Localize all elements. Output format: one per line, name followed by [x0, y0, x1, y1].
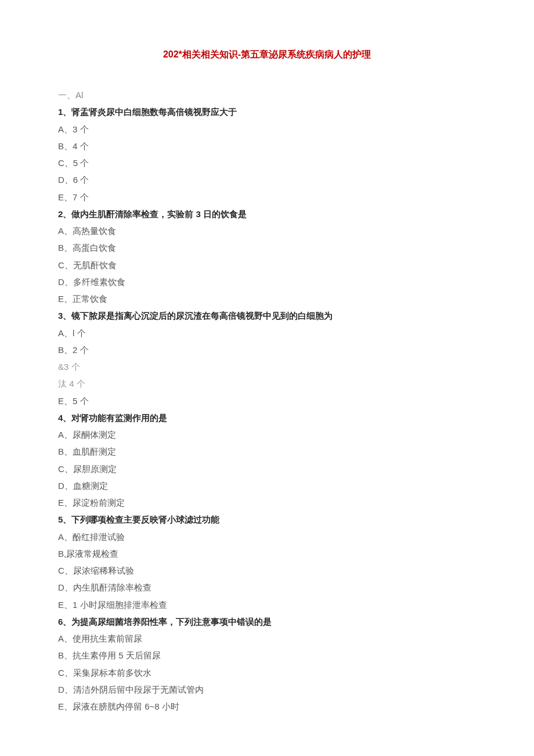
question-option: D、内生肌酐清除率检查	[58, 579, 476, 596]
question-option: B、2 个	[58, 341, 476, 358]
question-option: D、多纤维素饮食	[58, 273, 476, 290]
question-option: A、l 个	[58, 325, 476, 341]
question-stem: 2、做内生肌酐清除率检查，实验前 3 日的饮食是	[58, 206, 476, 222]
question-option: A、尿酮体测定	[58, 426, 476, 443]
question-option: A、酚红排泄试验	[58, 528, 476, 545]
question-option: E、7 个	[58, 189, 476, 206]
question-option: C、5 个	[58, 154, 476, 171]
question-option: A、3 个	[58, 121, 476, 138]
document-title: 202*相关相关知识-第五章泌尿系统疾病病人的护理	[58, 45, 476, 63]
question-option: A、高热量饮食	[58, 222, 476, 239]
question-option: &3 个	[58, 358, 476, 375]
question-option: 汰 4 个	[58, 375, 476, 392]
question-option: E、尿液在膀胱内停留 6~8 小时	[58, 698, 476, 715]
question-option: D、血糖测定	[58, 477, 476, 494]
question-option: C、无肌酐饮食	[58, 257, 476, 273]
question-option: D、6 个	[58, 171, 476, 188]
question-option: D、清洁外阴后留中段尿于无菌试管内	[58, 681, 476, 698]
question-option: B,尿液常规检查	[58, 545, 476, 562]
question-option: B、抗生素停用 5 天后留尿	[58, 647, 476, 664]
section-label: 一、Al	[58, 87, 476, 103]
question-option: E、1 小时尿细胞排泄率检查	[58, 596, 476, 613]
question-stem: 5、下列哪项检查主要反映肾小球滤过功能	[58, 511, 476, 528]
question-stem: 3、镜下脓尿是指离心沉淀后的尿沉渣在每高倍镜视野中见到的白细胞为	[58, 307, 476, 324]
question-stem: 4、对肾功能有监测作用的是	[58, 409, 476, 426]
question-option: B、高蛋白饮食	[58, 239, 476, 256]
question-option: E、正常饮食	[58, 290, 476, 307]
question-option: B、血肌酐测定	[58, 443, 476, 460]
question-stem: 1、肾盂肾炎尿中白细胞数每高倍镜视野应大于	[58, 103, 476, 120]
question-option: B、4 个	[58, 138, 476, 154]
question-option: A、使用抗生素前留尿	[58, 630, 476, 647]
question-option: C、尿胆原测定	[58, 460, 476, 477]
questions-container: 1、肾盂肾炎尿中白细胞数每高倍镜视野应大于A、3 个B、4 个C、5 个D、6 …	[58, 103, 476, 715]
question-option: E、尿淀粉前测定	[58, 494, 476, 511]
question-option: C、尿浓缩稀释试验	[58, 562, 476, 579]
question-option: E、5 个	[58, 393, 476, 409]
question-option: C、采集尿标本前多饮水	[58, 664, 476, 681]
question-stem: 6、为提高尿细菌培养阳性率，下列注意事项中错误的是	[58, 613, 476, 630]
